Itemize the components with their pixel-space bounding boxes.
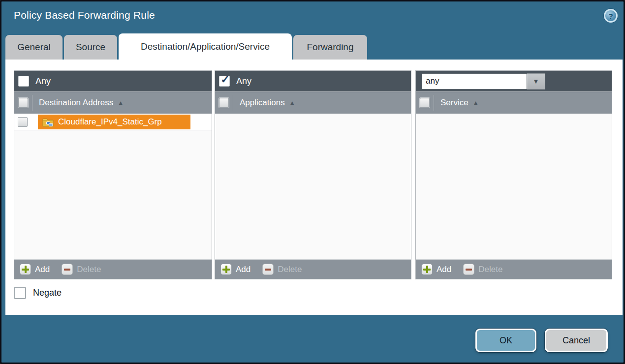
applications-any-checkbox[interactable]: ✓ — [219, 76, 230, 87]
applications-footer: Add Delete — [215, 259, 411, 279]
delete-label: Delete — [278, 265, 302, 274]
service-panel: any ▼ Service ▲ Add Delete — [415, 70, 612, 279]
address-group-icon — [42, 117, 54, 127]
add-label: Add — [437, 265, 451, 274]
add-button[interactable]: Add — [421, 264, 451, 275]
tab-bar: General Source Destination/Application/S… — [5, 33, 369, 60]
service-footer: Add Delete — [416, 259, 612, 279]
service-column-header[interactable]: Service ▲ — [416, 91, 612, 114]
ok-button[interactable]: OK — [475, 329, 536, 352]
tab-forwarding[interactable]: Forwarding — [293, 35, 367, 60]
delete-label: Delete — [478, 265, 502, 274]
sort-ascending-icon[interactable]: ▲ — [473, 99, 479, 106]
service-dropdown-value[interactable]: any — [422, 73, 527, 90]
applications-panel: ✓ Any Applications ▲ Add Delete — [215, 70, 411, 279]
destination-select-all-checkbox[interactable] — [18, 98, 28, 108]
delete-label: Delete — [77, 265, 101, 274]
selected-address-group[interactable]: Cloudflare_IPv4_Static_Grp — [38, 115, 190, 129]
destination-list: Cloudflare_IPv4_Static_Grp — [14, 114, 212, 259]
minus-icon — [262, 264, 274, 275]
address-group-label: Cloudflare_IPv4_Static_Grp — [58, 117, 162, 127]
add-label: Add — [35, 265, 50, 274]
applications-column-header[interactable]: Applications ▲ — [215, 91, 411, 114]
applications-any-label: Any — [236, 76, 251, 87]
sort-ascending-icon[interactable]: ▲ — [289, 99, 295, 106]
service-select-all-checkbox[interactable] — [420, 98, 430, 108]
applications-select-all-checkbox[interactable] — [219, 98, 229, 108]
destination-column-header[interactable]: Destination Address ▲ — [14, 91, 212, 114]
cancel-button[interactable]: Cancel — [545, 329, 608, 352]
add-button[interactable]: Add — [20, 264, 50, 275]
negate-label: Negate — [33, 288, 62, 298]
service-header-label: Service — [440, 98, 469, 108]
applications-any-bar: ✓ Any — [215, 71, 411, 91]
sort-ascending-icon[interactable]: ▲ — [118, 99, 124, 106]
row-checkbox[interactable] — [18, 117, 28, 127]
service-any-bar: any ▼ — [416, 71, 612, 91]
destination-footer: Add Delete — [14, 259, 212, 279]
applications-list — [215, 114, 411, 259]
add-label: Add — [236, 265, 250, 274]
divider — [233, 95, 233, 111]
pbf-rule-dialog: Policy Based Forwarding Rule ? General S… — [0, 0, 625, 364]
divider — [434, 95, 434, 111]
table-row[interactable]: Cloudflare_IPv4_Static_Grp — [14, 114, 212, 130]
add-button[interactable]: Add — [220, 264, 250, 275]
destination-any-checkbox[interactable] — [18, 76, 29, 87]
help-icon[interactable]: ? — [604, 9, 618, 23]
negate-checkbox[interactable] — [14, 287, 26, 299]
tab-destination-application-service[interactable]: Destination/Application/Service — [119, 33, 292, 60]
chevron-down-icon[interactable]: ▼ — [527, 73, 545, 90]
tab-source[interactable]: Source — [64, 35, 117, 60]
plus-icon — [421, 264, 433, 275]
tab-content: Any Destination Address ▲ — [5, 60, 623, 315]
service-list — [416, 114, 612, 259]
delete-button[interactable]: Delete — [62, 264, 101, 275]
checkmark-icon: ✓ — [220, 74, 229, 85]
destination-any-label: Any — [35, 76, 51, 87]
minus-icon — [463, 264, 474, 275]
delete-button[interactable]: Delete — [262, 264, 302, 275]
destination-header-label: Destination Address — [39, 98, 113, 108]
destination-address-panel: Any Destination Address ▲ — [14, 70, 212, 279]
plus-icon — [220, 264, 232, 275]
plus-icon — [20, 264, 31, 275]
page-title: Policy Based Forwarding Rule — [14, 9, 155, 21]
destination-any-bar: Any — [14, 71, 212, 91]
applications-header-label: Applications — [240, 98, 285, 108]
minus-icon — [62, 264, 73, 275]
delete-button[interactable]: Delete — [463, 264, 502, 275]
service-dropdown: any ▼ — [422, 73, 545, 90]
negate-row: Negate — [14, 287, 62, 299]
tab-general[interactable]: General — [5, 35, 62, 60]
divider — [32, 95, 32, 111]
